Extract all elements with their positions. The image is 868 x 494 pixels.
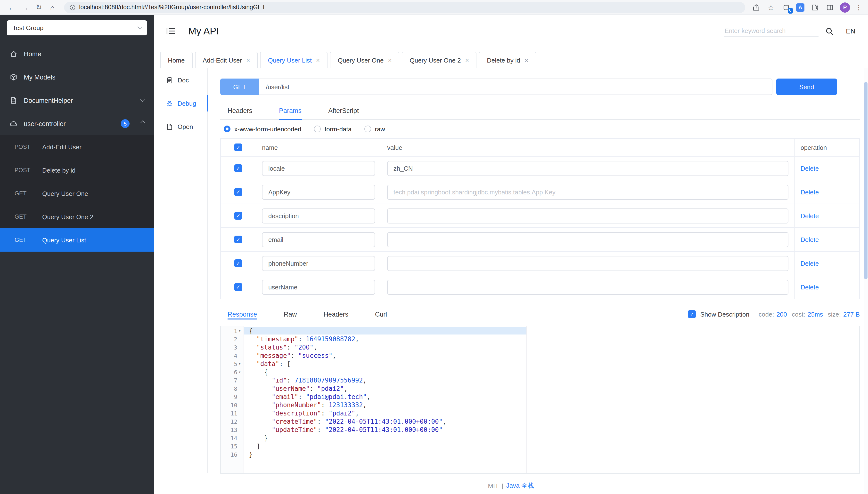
delete-link[interactable]: Delete [800, 212, 819, 220]
endpoint-label: Delete by id [42, 167, 75, 174]
request-tab-params[interactable]: Params [279, 102, 301, 119]
side-panel-icon[interactable] [825, 2, 834, 12]
nav-item-debug[interactable]: Debug [154, 92, 207, 115]
delete-link[interactable]: Delete [800, 165, 819, 172]
sidebar-item-home[interactable]: Home [0, 42, 154, 65]
json-code: "email": "pdai@pdai.tech", [244, 393, 527, 400]
sidebar-item-my-models[interactable]: My Models [0, 65, 154, 89]
param-value-input[interactable] [387, 232, 789, 247]
show-description-checkbox[interactable] [688, 310, 696, 318]
body-type-x-www-form-urlencoded[interactable]: x-www-form-urlencoded [224, 125, 301, 133]
delete-link[interactable]: Delete [800, 283, 819, 291]
param-name-input[interactable] [262, 161, 375, 176]
collapse-menu-icon[interactable] [166, 27, 175, 35]
sidebar-item-documenthelper[interactable]: DocumentHelper [0, 89, 154, 112]
nav-item-doc[interactable]: Doc [154, 68, 207, 92]
response-tab-headers[interactable]: Headers [324, 308, 348, 320]
collapse-caret-icon[interactable]: ▾ [237, 329, 242, 333]
group-selector[interactable]: Test Group [7, 20, 147, 35]
line-number: 4 [221, 352, 244, 359]
browser-toolbar: ← → ↻ ⌂ localhost:8080/doc.html#/Test%20… [0, 0, 868, 15]
response-meta: Show Description code:200cost:25mssize:2… [688, 310, 860, 318]
http-method-label: POST [15, 144, 42, 150]
endpoint-query-user-one-2[interactable]: GETQuery User One 2 [0, 205, 154, 228]
response-tab-curl[interactable]: Curl [375, 308, 387, 320]
tab-home[interactable]: Home [160, 52, 192, 68]
close-tab-icon[interactable]: × [388, 57, 392, 63]
profile-avatar[interactable]: P [840, 2, 850, 12]
json-code: "userName": "pdai2", [244, 385, 527, 392]
row-checkbox[interactable] [234, 259, 242, 267]
language-switcher[interactable]: EN [846, 27, 855, 35]
translate-icon[interactable]: A [796, 3, 805, 12]
search-icon[interactable] [825, 27, 833, 35]
close-tab-icon[interactable]: × [316, 57, 320, 63]
tab-delete-by-id[interactable]: Delete by id× [479, 52, 536, 68]
close-tab-icon[interactable]: × [524, 57, 528, 63]
request-tab-headers[interactable]: Headers [227, 102, 252, 119]
body-type-form-data[interactable]: form-data [314, 125, 352, 133]
header-actions: EN [724, 25, 855, 37]
param-name-input[interactable] [262, 280, 375, 294]
tab-query-user-list[interactable]: Query User List× [260, 52, 328, 68]
tab-add-edit-user[interactable]: Add-Edit User× [195, 52, 258, 68]
param-name-input[interactable] [262, 185, 375, 200]
forward-icon[interactable]: → [19, 1, 31, 13]
param-name-input[interactable] [262, 232, 375, 247]
sidebar-item-user-controller[interactable]: user-controller5 [0, 112, 154, 135]
share-icon[interactable] [751, 2, 761, 12]
delete-link[interactable]: Delete [800, 188, 819, 196]
http-method-button[interactable]: GET [220, 78, 259, 95]
models-icon [10, 73, 17, 81]
site-info-icon[interactable] [69, 4, 76, 11]
row-checkbox[interactable] [234, 283, 242, 291]
collapse-caret-icon[interactable]: ▾ [237, 370, 242, 374]
tab-query-user-one[interactable]: Query User One× [330, 52, 400, 68]
select-all-checkbox[interactable] [234, 144, 242, 151]
endpoint-delete-by-id[interactable]: POSTDelete by id [0, 158, 154, 182]
scrollbar-thumb[interactable] [864, 82, 868, 279]
endpoint-add-edit-user[interactable]: POSTAdd-Edit User [0, 135, 154, 158]
back-icon[interactable]: ← [6, 1, 17, 13]
request-url-input[interactable] [259, 78, 772, 95]
tab-label: Raw [284, 310, 297, 318]
browser-menu-icon[interactable]: ⋮ [855, 3, 862, 11]
extension-icon[interactable]: 0 [781, 2, 791, 12]
delete-link[interactable]: Delete [800, 236, 819, 243]
response-tab-raw[interactable]: Raw [284, 308, 297, 320]
reload-icon[interactable]: ↻ [33, 1, 44, 13]
bookmark-star-icon[interactable]: ☆ [766, 2, 776, 12]
close-tab-icon[interactable]: × [246, 57, 250, 63]
param-value-input[interactable] [387, 208, 789, 223]
tab-bar: HomeAdd-Edit User×Query User List×Query … [154, 47, 868, 68]
param-value-input[interactable] [387, 256, 789, 271]
param-value-input[interactable] [387, 161, 789, 176]
json-code: "updateTime": "2022-04-05T11:43:01.000+0… [244, 426, 527, 433]
endpoint-query-user-list[interactable]: GETQuery User List [0, 228, 154, 252]
row-checkbox[interactable] [234, 212, 242, 220]
scrollbar-track[interactable] [864, 68, 868, 494]
nav-item-open[interactable]: Open [154, 115, 207, 138]
param-name-input[interactable] [262, 208, 375, 223]
tab-query-user-one-2[interactable]: Query User One 2× [402, 52, 477, 68]
endpoint-query-user-one[interactable]: GETQuery User One [0, 182, 154, 205]
column-header-value: value [381, 139, 795, 156]
param-value-input[interactable] [387, 185, 789, 200]
row-checkbox[interactable] [234, 235, 242, 243]
delete-link[interactable]: Delete [800, 260, 819, 267]
row-checkbox[interactable] [234, 164, 242, 172]
response-tab-response[interactable]: Response [227, 308, 257, 320]
footer-link[interactable]: Java 全栈 [506, 481, 534, 490]
collapse-caret-icon[interactable]: ▾ [237, 362, 242, 366]
request-tab-afterscript[interactable]: AfterScript [328, 102, 359, 119]
param-value-input[interactable] [387, 280, 789, 294]
extensions-puzzle-icon[interactable] [810, 2, 819, 12]
close-tab-icon[interactable]: × [465, 57, 469, 63]
param-name-input[interactable] [262, 256, 375, 271]
send-button[interactable]: Send [776, 78, 837, 95]
row-checkbox[interactable] [234, 188, 242, 196]
address-bar[interactable]: localhost:8080/doc.html#/Test%20Group/us… [64, 2, 745, 13]
home-icon[interactable]: ⌂ [47, 1, 58, 13]
body-type-raw[interactable]: raw [364, 125, 385, 133]
search-input[interactable] [724, 25, 818, 37]
